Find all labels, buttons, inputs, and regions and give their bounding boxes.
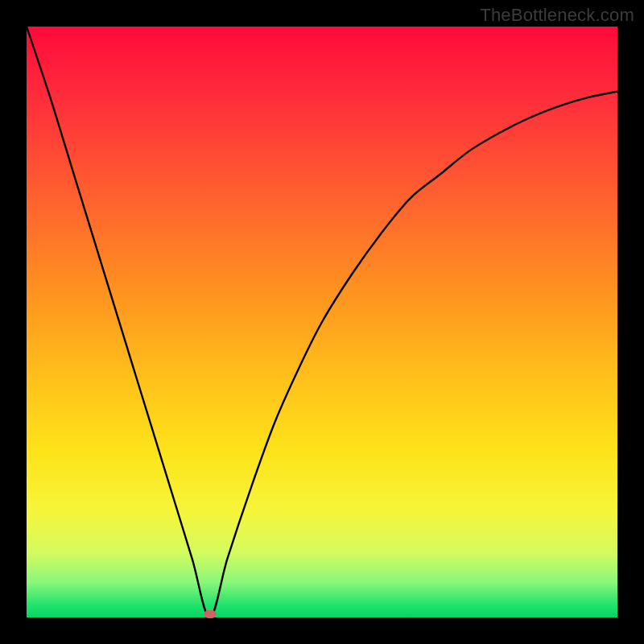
watermark-text: TheBottleneck.com — [480, 5, 634, 26]
minimum-marker — [204, 610, 216, 618]
bottleneck-curve — [27, 27, 617, 617]
chart-frame: TheBottleneck.com — [0, 0, 644, 644]
curve-layer — [27, 27, 617, 617]
plot-area — [27, 27, 617, 617]
